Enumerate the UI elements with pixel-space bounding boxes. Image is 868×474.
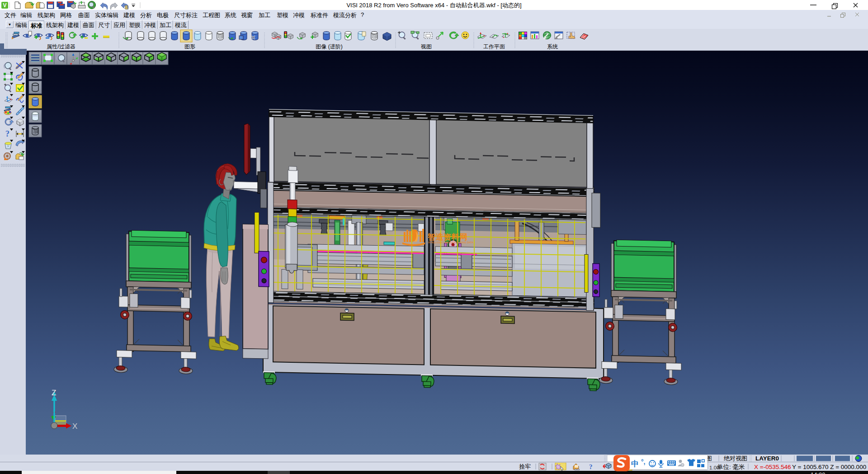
svg-text:拴牢: 拴牢 bbox=[519, 463, 531, 470]
svg-text:图像 (进阶): 图像 (进阶) bbox=[316, 43, 342, 50]
svg-text:图形: 图形 bbox=[184, 43, 195, 50]
svg-text:Y = 1005.670 Z = 0000.000: Y = 1005.670 Z = 0000.000 bbox=[792, 464, 866, 470]
svg-text:单位: 毫米: 单位: 毫米 bbox=[717, 464, 745, 470]
svg-text:工作平面: 工作平面 bbox=[483, 43, 505, 50]
svg-text:系统: 系统 bbox=[547, 43, 558, 50]
svg-text:°,: °, bbox=[641, 458, 646, 465]
svg-text:视图: 视图 bbox=[420, 43, 432, 50]
svg-text:7: 7 bbox=[682, 464, 684, 467]
svg-text:绝对视图: 绝对视图 bbox=[724, 455, 747, 462]
svg-text:LAYER0: LAYER0 bbox=[755, 455, 779, 462]
svg-text:X =-0535.546: X =-0535.546 bbox=[754, 464, 791, 470]
svg-text:?: ? bbox=[589, 463, 593, 470]
svg-text:中: 中 bbox=[631, 460, 639, 468]
svg-text:?: ? bbox=[5, 129, 9, 138]
svg-text:属性/过滤器: 属性/过滤器 bbox=[47, 43, 75, 50]
svg-text:V: V bbox=[3, 2, 6, 9]
